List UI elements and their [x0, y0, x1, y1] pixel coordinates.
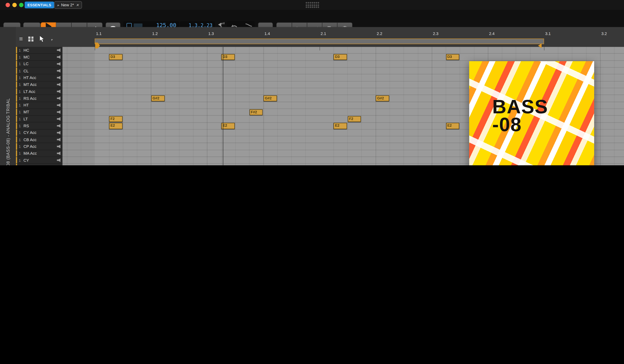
key-name: MT — [24, 110, 57, 114]
minimize-window-button[interactable] — [12, 3, 17, 7]
maximize-window-button[interactable] — [19, 3, 24, 7]
key-name: CB — [24, 165, 57, 165]
grid-line — [207, 47, 208, 165]
tool-dropdown-icon[interactable] — [51, 35, 52, 43]
note-e2[interactable]: E2 — [446, 123, 459, 129]
mute-speaker-icon[interactable] — [57, 138, 60, 141]
drum-key-row-lt[interactable]: 1LT — [16, 116, 62, 123]
key-name: HT Acc — [24, 75, 57, 80]
mute-speaker-icon[interactable] — [57, 90, 60, 93]
mute-speaker-icon[interactable] — [57, 117, 60, 121]
drum-grid-mode-icon[interactable] — [28, 36, 34, 42]
drum-key-row-cy-acc[interactable]: 1CY Acc — [16, 129, 62, 136]
tab-essentials[interactable]: ESSENTIALS — [25, 2, 54, 8]
mute-speaker-icon[interactable] — [57, 124, 60, 128]
grid-line — [263, 47, 263, 165]
ruler-tick: 2.2 — [377, 31, 382, 36]
mute-speaker-icon[interactable] — [57, 83, 60, 86]
grid-line — [305, 47, 306, 165]
cpu-icon — [127, 23, 132, 27]
mute-speaker-icon[interactable] — [57, 152, 60, 155]
mute-speaker-icon[interactable] — [57, 103, 60, 107]
mute-speaker-icon[interactable] — [57, 76, 60, 79]
key-channel: 1 — [19, 55, 24, 59]
drum-key-row-rs[interactable]: 1RS — [16, 123, 62, 129]
note-d3[interactable]: D3 — [334, 54, 347, 60]
note-e2[interactable]: E2 — [334, 123, 347, 129]
mute-speaker-icon[interactable] — [57, 145, 60, 148]
drum-key-row-cl[interactable]: 1CL — [16, 68, 62, 74]
drum-key-row-mt[interactable]: 1MT — [16, 109, 62, 116]
key-channel: 1 — [19, 117, 24, 121]
drum-key-row-cb-acc[interactable]: 1CB Acc — [16, 136, 62, 143]
note-d3[interactable]: D3 — [446, 54, 459, 60]
ruler-tick: 2.3 — [433, 31, 439, 36]
editor-menu-icon[interactable] — [19, 35, 23, 43]
mute-speaker-icon[interactable] — [57, 159, 60, 162]
grid-line — [319, 47, 320, 50]
drum-key-row-cy[interactable]: 1CY — [16, 157, 62, 164]
note-e2[interactable]: E2 — [109, 123, 123, 129]
key-channel: 1 — [19, 124, 24, 128]
drum-key-row-cp-acc[interactable]: 1CP Acc — [16, 143, 62, 150]
drum-key-row-lt-acc[interactable]: 1LT Acc — [16, 88, 62, 95]
clip-loop-row[interactable] — [62, 38, 624, 45]
loop-region[interactable] — [95, 39, 544, 44]
mute-speaker-icon[interactable] — [57, 110, 60, 114]
ruler-tick: 1.3 — [208, 31, 214, 36]
key-color-bar — [16, 116, 17, 122]
grid-line — [614, 47, 615, 165]
note-g#2[interactable]: G#2 — [263, 95, 277, 102]
close-tab-icon[interactable] — [76, 3, 79, 7]
note-g#2[interactable]: G#2 — [376, 95, 389, 102]
key-channel: 1 — [19, 48, 24, 52]
drum-key-row-ht[interactable]: 1HT — [16, 102, 62, 109]
drum-key-row-lc[interactable]: 1LC — [16, 61, 62, 68]
tab-document[interactable]: New 2* — [54, 1, 82, 9]
close-window-button[interactable] — [6, 3, 10, 7]
key-name: RS — [24, 124, 57, 128]
play-small-icon — [57, 3, 59, 7]
grid-line — [418, 47, 418, 165]
drum-key-row-mc[interactable]: 1MC — [16, 54, 62, 61]
pointer-tool-icon[interactable] — [39, 35, 45, 43]
drum-key-row-ht-acc[interactable]: 1HT Acc — [16, 74, 62, 81]
key-channel: 1 — [19, 137, 24, 142]
grid-line — [347, 47, 348, 165]
mute-speaker-icon[interactable] — [57, 48, 60, 52]
grid-line — [137, 47, 137, 165]
ruler-tick: 1.1 — [96, 31, 102, 36]
note-f#2[interactable]: F#2 — [250, 109, 263, 115]
mute-speaker-icon[interactable] — [57, 96, 60, 100]
drum-key-row-hc[interactable]: 1HC — [16, 47, 62, 54]
drum-key-row-rs-acc[interactable]: 1RS Acc — [16, 95, 62, 102]
playhead — [223, 47, 223, 165]
timeline-ruler[interactable]: 1.11.21.31.42.12.22.32.43.13.2 — [62, 31, 624, 38]
drum-key-row-mt-acc[interactable]: 1MT Acc — [16, 81, 62, 88]
grid-line — [165, 47, 165, 165]
clip-title-label: 808 (BASS-08) - ANALOG TRIBAL — [6, 98, 10, 165]
key-channel: 1 — [19, 158, 24, 162]
note-f2[interactable]: F2 — [348, 116, 361, 122]
note-d3[interactable]: D3 — [109, 54, 123, 60]
mute-speaker-icon[interactable] — [57, 69, 60, 72]
key-color-bar — [16, 88, 17, 95]
fade-out-icon[interactable] — [245, 23, 252, 27]
grid-line — [123, 47, 123, 165]
drum-key-row-cb[interactable]: 1CB — [16, 164, 62, 165]
grid-line — [390, 47, 390, 165]
drum-key-row-ma-acc[interactable]: 1MA Acc — [16, 150, 62, 157]
note-f2[interactable]: F2 — [109, 116, 123, 122]
drum-key-list: 1HC1MC1LC1CL1HT Acc1MT Acc1LT Acc1RS Acc… — [16, 47, 62, 165]
ruler-tick: 3.1 — [545, 31, 551, 36]
mute-speaker-icon[interactable] — [57, 55, 60, 59]
clip-title-strip[interactable]: 808 (BASS-08) - ANALOG TRIBAL — [0, 27, 16, 165]
key-name: HT — [24, 103, 57, 107]
mute-speaker-icon[interactable] — [57, 131, 60, 135]
mute-speaker-icon[interactable] — [57, 62, 60, 66]
grid-line — [544, 47, 544, 50]
key-channel: 1 — [19, 75, 24, 80]
key-color-bar — [16, 54, 17, 60]
key-color-bar — [16, 136, 17, 143]
note-g#2[interactable]: G#2 — [151, 95, 165, 102]
